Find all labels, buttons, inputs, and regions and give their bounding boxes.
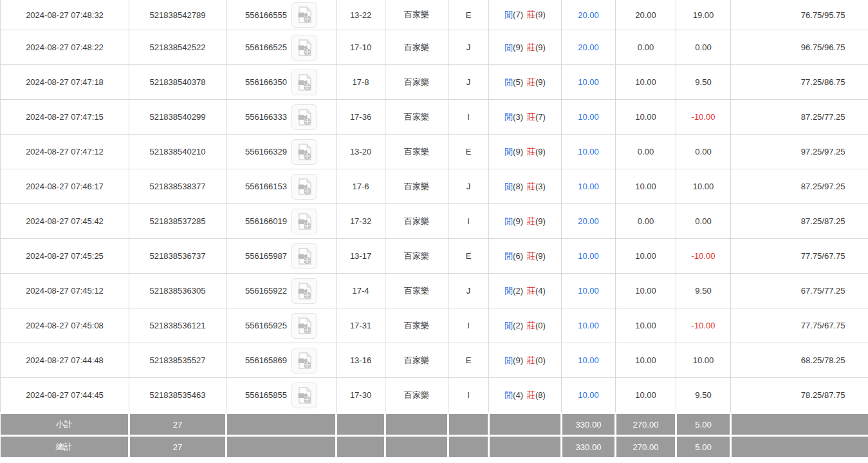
- video-replay-button[interactable]: [291, 174, 317, 200]
- cell-win-loss: -10.00: [676, 239, 731, 274]
- cell-game-result: 閒(2)莊(4): [489, 274, 562, 308]
- cell-win-loss: -10.00: [676, 308, 731, 343]
- video-replay-button[interactable]: [291, 383, 317, 408]
- cell-bet-id: 521838536305: [129, 274, 226, 308]
- total-label: 總計: [1, 436, 129, 459]
- cell-game-id: 556166525: [226, 30, 337, 65]
- bet-amount-link[interactable]: 10.00: [578, 147, 599, 156]
- total-empty-cell: [337, 436, 385, 459]
- player-result-score: (9): [513, 147, 523, 156]
- total-count: 27: [129, 436, 226, 459]
- cell-game-id: 556166333: [226, 100, 337, 135]
- cell-game-type: 百家樂: [385, 135, 448, 169]
- bet-amount-link[interactable]: 10.00: [578, 251, 599, 261]
- video-replay-button[interactable]: [291, 313, 317, 339]
- banker-result-label: 莊: [527, 112, 535, 122]
- cell-seat: I: [448, 204, 489, 239]
- cell-game-result: 閒(9)莊(0): [489, 343, 562, 378]
- video-file-icon: [296, 73, 313, 91]
- cell-valid-amount: 10.00: [616, 378, 676, 413]
- cell-bet-id: 521838540210: [129, 135, 226, 169]
- cell-game-type: 百家樂: [385, 169, 448, 204]
- banker-result-label: 莊: [527, 77, 535, 87]
- bet-amount-link[interactable]: 20.00: [578, 43, 599, 52]
- banker-result-score: (9): [535, 77, 546, 87]
- banker-result-score: (9): [535, 43, 546, 52]
- bet-amount-link[interactable]: 10.00: [578, 355, 599, 365]
- bet-amount-link[interactable]: 10.00: [578, 182, 599, 191]
- cell-game-type: 百家樂: [385, 308, 448, 343]
- cell-game-type: 百家樂: [385, 239, 448, 274]
- video-replay-button[interactable]: [291, 35, 317, 61]
- subtotal-label: 小計: [1, 413, 129, 436]
- cell-bet-time: 2024-08-27 07:45:25: [1, 239, 129, 274]
- cell-valid-amount: 10.00: [616, 239, 676, 274]
- video-replay-button[interactable]: [291, 2, 317, 28]
- subtotal-empty-cell: [226, 413, 337, 436]
- video-file-icon: [296, 108, 313, 126]
- banker-result-score: (3): [535, 182, 546, 191]
- cell-bet-time: 2024-08-27 07:47:18: [1, 65, 129, 100]
- video-replay-button[interactable]: [291, 278, 317, 304]
- bet-amount-link[interactable]: 10.00: [578, 112, 599, 122]
- subtotal-row: 小計 27 330.00 270.00 5.00: [1, 413, 868, 436]
- player-result-label: 閒: [504, 182, 513, 191]
- cell-table-number: 13-17: [337, 239, 385, 274]
- video-file-icon: [296, 39, 313, 57]
- player-result-score: (9): [513, 216, 523, 226]
- cell-valid-amount: 0.00: [616, 204, 676, 239]
- banker-result-score: (4): [535, 286, 546, 296]
- game-id: 556165922: [245, 286, 287, 296]
- player-result-label: 閒: [504, 216, 513, 226]
- total-empty-cell: [385, 436, 448, 459]
- total-empty-cell: [489, 436, 562, 459]
- subtotal-valid-amount: 270.00: [616, 413, 676, 436]
- total-valid-amount: 270.00: [616, 436, 676, 459]
- cell-game-result: 閒(9)莊(9): [489, 204, 562, 239]
- video-file-icon: [296, 247, 313, 265]
- video-replay-button[interactable]: [291, 243, 317, 269]
- banker-result-score: (7): [535, 112, 546, 122]
- cell-seat: I: [448, 308, 489, 343]
- bet-history-table: 2024-08-27 07:48:32 521838542789 5561665…: [0, 0, 868, 460]
- banker-result-label: 莊: [527, 390, 535, 400]
- cell-balance: 77.25/86.75: [731, 65, 868, 100]
- player-result-score: (9): [513, 355, 523, 365]
- video-replay-button[interactable]: [291, 348, 317, 373]
- video-file-icon: [296, 178, 313, 196]
- cell-game-id: 556166555: [226, 0, 337, 30]
- cell-bet-amount: 20.00: [562, 0, 616, 30]
- cell-game-type: 百家樂: [385, 0, 448, 30]
- cell-table-number: 17-30: [337, 378, 385, 413]
- cell-balance: 67.75/77.25: [731, 274, 868, 308]
- bet-amount-link[interactable]: 20.00: [578, 10, 599, 20]
- video-replay-button[interactable]: [291, 70, 317, 95]
- bet-amount-link[interactable]: 10.00: [578, 77, 599, 87]
- player-result-score: (2): [513, 286, 523, 296]
- player-result-score: (5): [513, 77, 523, 87]
- cell-win-loss: -10.00: [676, 100, 731, 135]
- cell-game-id: 556165925: [226, 308, 337, 343]
- total-row: 總計 27 330.00 270.00 5.00: [1, 436, 868, 459]
- cell-bet-id: 521838542789: [129, 0, 226, 30]
- banker-result-label: 莊: [527, 355, 535, 365]
- video-replay-button[interactable]: [291, 209, 317, 234]
- cell-bet-id: 521838540378: [129, 65, 226, 100]
- banker-result-label: 莊: [527, 182, 535, 191]
- video-replay-button[interactable]: [291, 104, 317, 130]
- cell-bet-amount: 10.00: [562, 169, 616, 204]
- cell-table-number: 17-36: [337, 100, 385, 135]
- cell-balance: 77.75/67.75: [731, 308, 868, 343]
- cell-game-result: 閒(8)莊(3): [489, 169, 562, 204]
- player-result-score: (4): [513, 390, 523, 400]
- player-result-label: 閒: [504, 10, 513, 19]
- cell-bet-amount: 10.00: [562, 239, 616, 274]
- bet-amount-link[interactable]: 20.00: [578, 216, 599, 226]
- bet-amount-link[interactable]: 10.00: [578, 321, 599, 330]
- cell-balance: 87.25/87.25: [731, 204, 868, 239]
- cell-game-result: 閒(2)莊(0): [489, 308, 562, 343]
- cell-bet-amount: 10.00: [562, 343, 616, 378]
- video-replay-button[interactable]: [291, 139, 317, 165]
- bet-amount-link[interactable]: 10.00: [578, 390, 599, 400]
- bet-amount-link[interactable]: 10.00: [578, 286, 599, 296]
